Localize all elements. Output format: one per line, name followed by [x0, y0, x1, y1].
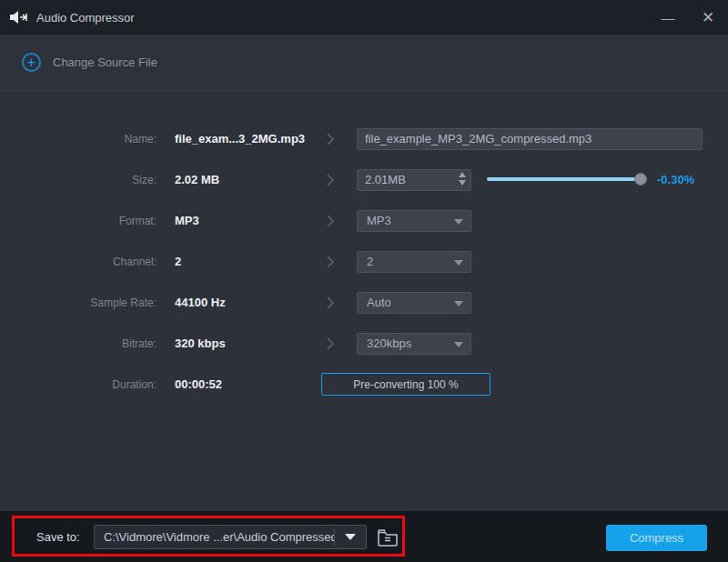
duration-source-value: 00:00:52: [175, 364, 222, 405]
close-button[interactable]: ✕: [688, 0, 728, 35]
save-path-combobox[interactable]: C:\Vidmore\Vidmore ...er\Audio Compresse…: [94, 525, 367, 549]
chevron-right-icon: [321, 118, 339, 159]
name-row: Name: file_exam...3_2MG.mp3: [0, 118, 728, 159]
format-dropdown-value: MP3: [358, 214, 391, 227]
bitrate-label: Bitrate:: [0, 323, 157, 364]
spin-up-icon[interactable]: [459, 172, 466, 177]
channel-dropdown-value: 2: [358, 255, 373, 268]
chevron-right-icon: [321, 159, 339, 200]
size-spinbox-value: 2.01MB: [358, 173, 470, 186]
chevron-down-icon: [454, 301, 463, 306]
size-slider[interactable]: [487, 159, 647, 200]
format-row: Format: MP3 MP3: [0, 200, 728, 241]
name-source-value: file_exam...3_2MG.mp3: [175, 118, 305, 159]
channel-row: Channel: 2 2: [0, 241, 728, 282]
output-name-input[interactable]: [357, 128, 703, 150]
bitrate-row: Bitrate: 320 kbps 320kbps: [0, 323, 728, 364]
footer-bar: Save to: C:\Vidmore\Vidmore ...er\Audio …: [0, 511, 728, 562]
channel-source-value: 2: [175, 241, 181, 282]
slider-thumb[interactable]: [634, 173, 647, 186]
window-title: Audio Compressor: [36, 11, 135, 25]
duration-row: Duration: 00:00:52 Pre-converting 100 %: [0, 364, 728, 405]
browse-folder-button[interactable]: [375, 526, 400, 548]
format-label: Format:: [0, 200, 157, 241]
minimize-button[interactable]: —: [648, 0, 688, 35]
bitrate-dropdown-value: 320kbps: [358, 336, 411, 350]
title-bar: Audio Compressor — ✕: [0, 0, 728, 35]
format-dropdown[interactable]: MP3: [357, 210, 471, 232]
format-source-value: MP3: [175, 200, 199, 241]
window-controls: — ✕: [648, 0, 728, 35]
sample-rate-dropdown-value: Auto: [358, 296, 391, 309]
channel-dropdown[interactable]: 2: [357, 251, 471, 273]
header-bar: + Change Source File: [0, 35, 728, 91]
size-reduction-percent: -0.30%: [657, 159, 694, 200]
chevron-down-icon: [454, 219, 463, 225]
chevron-down-icon: [454, 260, 463, 266]
chevron-right-icon: [321, 241, 339, 282]
slider-track[interactable]: [487, 177, 647, 181]
sample-rate-row: Sample Rate: 44100 Hz Auto: [0, 282, 728, 323]
pre-converting-button[interactable]: Pre-converting 100 %: [321, 373, 490, 396]
size-row: Size: 2.02 MB 2.01MB -0.30%: [0, 159, 728, 200]
spinner-arrows: [459, 172, 466, 186]
chevron-down-icon: [454, 342, 463, 347]
audio-compressor-window: Audio Compressor — ✕ + Change Source Fil…: [0, 0, 728, 562]
sample-rate-source-value: 44100 Hz: [175, 282, 226, 323]
sample-rate-label: Sample Rate:: [0, 282, 157, 323]
channel-label: Channel:: [0, 241, 157, 282]
compress-button[interactable]: Compress: [606, 525, 707, 551]
folder-icon: [377, 528, 399, 547]
size-label: Size:: [0, 159, 157, 200]
add-circle-icon[interactable]: +: [22, 53, 41, 72]
change-source-file-button[interactable]: Change Source File: [53, 55, 157, 69]
sample-rate-dropdown[interactable]: Auto: [357, 292, 471, 314]
chevron-right-icon: [321, 323, 339, 364]
save-to-label: Save to:: [36, 511, 80, 562]
chevron-down-icon: [345, 534, 356, 540]
size-spinbox[interactable]: 2.01MB: [357, 169, 471, 191]
duration-label: Duration:: [0, 364, 157, 405]
bitrate-dropdown[interactable]: 320kbps: [357, 333, 471, 355]
chevron-right-icon: [321, 200, 339, 241]
bitrate-source-value: 320 kbps: [175, 323, 226, 364]
size-source-value: 2.02 MB: [175, 159, 219, 200]
speaker-compress-icon: [10, 10, 28, 25]
settings-panel: Name: file_exam...3_2MG.mp3 Size: 2.02 M…: [0, 92, 728, 512]
save-path-value[interactable]: C:\Vidmore\Vidmore ...er\Audio Compresse…: [95, 530, 334, 544]
spin-down-icon[interactable]: [459, 180, 466, 186]
chevron-right-icon: [321, 282, 339, 323]
save-path-dropdown-button[interactable]: [335, 526, 366, 548]
name-label: Name:: [0, 118, 157, 159]
